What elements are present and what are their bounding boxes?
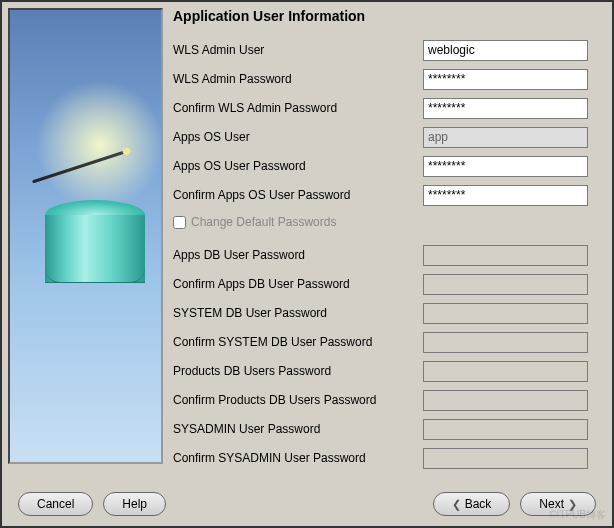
products-db-pw-label: Products DB Users Password bbox=[173, 364, 423, 378]
wls-admin-pw-input[interactable] bbox=[423, 69, 588, 90]
apps-os-pw2-input[interactable] bbox=[423, 185, 588, 206]
system-db-pw-input bbox=[423, 303, 588, 324]
apps-db-pw-label: Apps DB User Password bbox=[173, 248, 423, 262]
apps-os-user-label: Apps OS User bbox=[173, 130, 423, 144]
system-db-pw-label: SYSTEM DB User Password bbox=[173, 306, 423, 320]
glow-effect bbox=[35, 80, 163, 210]
content-area: Application User Information WLS Admin U… bbox=[2, 2, 612, 472]
help-button[interactable]: Help bbox=[103, 492, 166, 516]
products-db-pw2-input bbox=[423, 390, 588, 411]
apps-os-pw2-label: Confirm Apps OS User Password bbox=[173, 188, 423, 202]
apps-os-user-input bbox=[423, 127, 588, 148]
back-button[interactable]: ❮Back bbox=[433, 492, 511, 516]
sidebar-graphic bbox=[8, 8, 163, 464]
products-db-pw2-label: Confirm Products DB Users Password bbox=[173, 393, 423, 407]
cancel-button[interactable]: Cancel bbox=[18, 492, 93, 516]
wls-admin-pw2-label: Confirm WLS Admin Password bbox=[173, 101, 423, 115]
sysadmin-pw-input bbox=[423, 419, 588, 440]
apps-db-pw-input bbox=[423, 245, 588, 266]
wls-admin-user-label: WLS Admin User bbox=[173, 43, 423, 57]
wls-admin-pw2-input[interactable] bbox=[423, 98, 588, 119]
sysadmin-pw2-input bbox=[423, 448, 588, 469]
chevron-left-icon: ❮ bbox=[452, 498, 461, 511]
change-passwords-checkbox[interactable] bbox=[173, 216, 186, 229]
system-db-pw2-label: Confirm SYSTEM DB User Password bbox=[173, 335, 423, 349]
apps-db-pw2-label: Confirm Apps DB User Password bbox=[173, 277, 423, 291]
watermark-text: ©ITPUB博客 bbox=[549, 508, 606, 522]
form-panel: Application User Information WLS Admin U… bbox=[163, 8, 606, 466]
wls-admin-pw-label: WLS Admin Password bbox=[173, 72, 423, 86]
footer-bar: Cancel Help ❮Back Next❯ bbox=[2, 492, 612, 516]
apps-os-pw-input[interactable] bbox=[423, 156, 588, 177]
apps-os-pw-label: Apps OS User Password bbox=[173, 159, 423, 173]
change-passwords-row: Change Default Passwords bbox=[173, 215, 596, 229]
sysadmin-pw2-label: Confirm SYSADMIN User Password bbox=[173, 451, 423, 465]
page-title: Application User Information bbox=[173, 8, 596, 24]
change-passwords-label: Change Default Passwords bbox=[191, 215, 336, 229]
wizard-window: Application User Information WLS Admin U… bbox=[0, 0, 614, 528]
system-db-pw2-input bbox=[423, 332, 588, 353]
back-label: Back bbox=[465, 497, 492, 511]
sysadmin-pw-label: SYSADMIN User Password bbox=[173, 422, 423, 436]
apps-db-pw2-input bbox=[423, 274, 588, 295]
database-icon bbox=[45, 200, 145, 283]
wls-admin-user-input[interactable] bbox=[423, 40, 588, 61]
products-db-pw-input bbox=[423, 361, 588, 382]
